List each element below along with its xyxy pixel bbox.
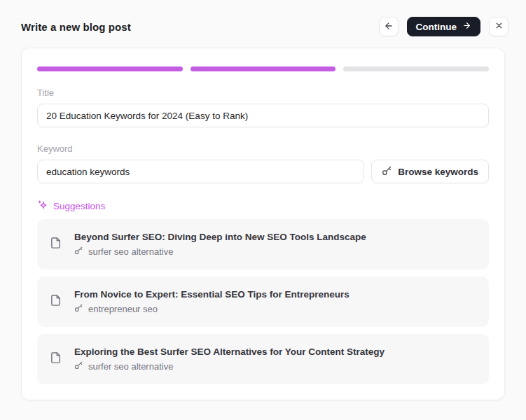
continue-button-label: Continue [416, 22, 457, 32]
key-icon [74, 360, 83, 372]
suggestions-header: Suggestions [37, 200, 489, 213]
progress-step-1-complete [37, 66, 183, 71]
sparkles-icon [37, 200, 48, 213]
title-field-group: Title [37, 88, 489, 127]
progress-step-3-pending [343, 66, 489, 71]
back-button[interactable] [379, 17, 399, 36]
file-icon [50, 236, 62, 253]
title-input[interactable] [37, 104, 489, 127]
key-icon [74, 303, 83, 314]
key-icon [74, 246, 83, 257]
suggestion-title: Beyond Surfer SEO: Diving Deep into New … [74, 232, 366, 242]
close-button[interactable] [489, 17, 508, 36]
suggestion-keyword: surfer seo alternative [88, 246, 173, 257]
progress-step-2-complete [191, 66, 336, 71]
suggestion-title: From Novice to Expert: Essential SEO Tip… [74, 289, 349, 300]
suggestion-keyword: entrepreneur seo [88, 304, 158, 314]
suggestion-title: Exploring the Best Surfer SEO Alternativ… [74, 346, 385, 357]
suggestions-label: Suggestions [53, 201, 105, 211]
keyword-input[interactable] [37, 160, 364, 183]
dialog-header: Write a new blog post Continue [0, 0, 526, 36]
suggestion-item[interactable]: From Novice to Expert: Essential SEO Tip… [37, 276, 489, 327]
arrow-right-icon [462, 21, 471, 32]
header-actions: Continue [379, 17, 509, 36]
file-icon [50, 293, 62, 310]
suggestion-item[interactable]: Exploring the Best Surfer SEO Alternativ… [37, 334, 489, 384]
progress-bar [37, 66, 489, 71]
page-title: Write a new blog post [21, 21, 131, 33]
suggestion-list: Beyond Surfer SEO: Diving Deep into New … [37, 219, 489, 384]
browse-keywords-label: Browse keywords [398, 167, 478, 177]
key-icon [382, 165, 392, 178]
file-icon [50, 351, 62, 368]
keyword-field-label: Keyword [37, 144, 489, 154]
title-field-label: Title [37, 88, 489, 98]
keyword-field-group: Keyword Browse keywords [37, 144, 489, 183]
close-icon [494, 21, 504, 32]
suggestion-keyword: surfer seo alternative [88, 361, 173, 372]
suggestion-item[interactable]: Beyond Surfer SEO: Diving Deep into New … [37, 219, 489, 270]
browse-keywords-button[interactable]: Browse keywords [371, 160, 489, 183]
blog-post-wizard-card: Title Keyword Browse keywords Suggestion… [21, 48, 505, 400]
continue-button[interactable]: Continue [407, 17, 481, 36]
arrow-left-icon [384, 21, 394, 33]
